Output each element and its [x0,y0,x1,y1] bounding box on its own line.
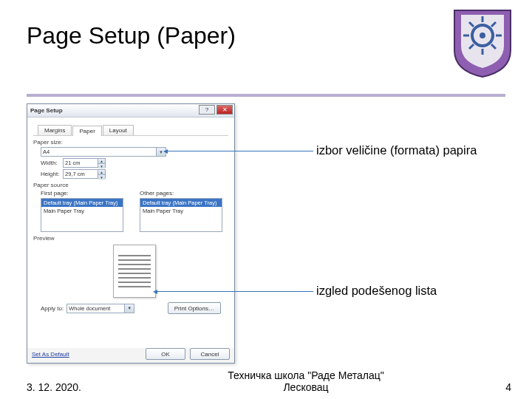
tab-margins[interactable]: Margins [38,125,72,135]
slide-title: Page Setup (Paper) [27,22,236,50]
annotation-preview: izgled podešenog lista [316,284,437,298]
other-pages-label: Other pages: [140,190,228,197]
slide-footer: 3. 12. 2020. Техничка школа "Раде Метала… [27,369,511,393]
paper-preview [113,245,156,298]
width-input[interactable]: 21 cm [63,158,98,168]
list-item[interactable]: Default tray (Main Paper Tray) [41,199,123,207]
apply-to-select[interactable]: Whole document ▼ [66,304,134,313]
width-label: Width: [41,160,63,166]
width-spinner[interactable]: ▲▼ [98,158,106,168]
slide-date: 3. 12. 2020. [27,381,115,393]
dialog-titlebar: Page Setup ? ✕ [27,104,234,117]
list-item[interactable]: Default tray (Main Paper Tray) [140,199,222,207]
dialog-caption: Page Setup [30,107,63,114]
dialog-body: Margins Paper Layout Paper size: A4 ▼ Wi… [27,117,234,348]
shield-gear-icon [451,4,514,78]
help-button[interactable]: ? [199,105,215,115]
page-setup-dialog: Page Setup ? ✕ Margins Paper Layout Pape… [27,103,235,364]
list-item[interactable]: Main Paper Tray [41,207,123,215]
title-rule [27,94,505,97]
ok-button[interactable]: OK [146,348,185,360]
cancel-button[interactable]: Cancel [190,348,230,360]
dialog-footer: Set As Default OK Cancel [32,348,230,360]
height-label: Height: [41,171,63,177]
paper-size-value: A4 [43,149,50,155]
paper-size-select[interactable]: A4 ▼ [41,147,166,157]
height-input[interactable]: 29,7 cm [63,169,98,179]
chevron-down-icon: ▼ [124,304,134,313]
preview-area [41,245,228,298]
paper-source-label: Paper source [33,182,228,188]
dialog-tabs: Margins Paper Layout [33,122,228,136]
arrow-to-preview [155,291,313,292]
first-page-list[interactable]: Default tray (Main Paper Tray) Main Pape… [41,198,123,232]
tab-layout[interactable]: Layout [103,125,134,135]
print-options-button[interactable]: Print Options… [168,302,221,314]
slide-number: 4 [497,381,511,393]
other-pages-list[interactable]: Default tray (Main Paper Tray) Main Pape… [140,198,222,232]
svg-point-9 [480,33,485,38]
paper-size-label: Paper size: [33,139,228,146]
apply-to-value: Whole document [69,305,110,312]
list-item[interactable]: Main Paper Tray [140,207,222,215]
school-logo [451,4,514,78]
close-button[interactable]: ✕ [216,105,233,115]
set-default-link[interactable]: Set As Default [32,351,69,358]
tab-paper[interactable]: Paper [72,126,101,136]
school-name: Техничка школа "Раде Металац" Лесковац [115,369,497,393]
apply-to-label: Apply to: [41,305,64,312]
first-page-label: First page: [41,190,129,197]
arrow-to-size [166,151,313,151]
annotation-size: izbor veličine (formata) papira [316,143,477,157]
height-spinner[interactable]: ▲▼ [98,169,106,179]
preview-label: Preview [33,235,228,242]
